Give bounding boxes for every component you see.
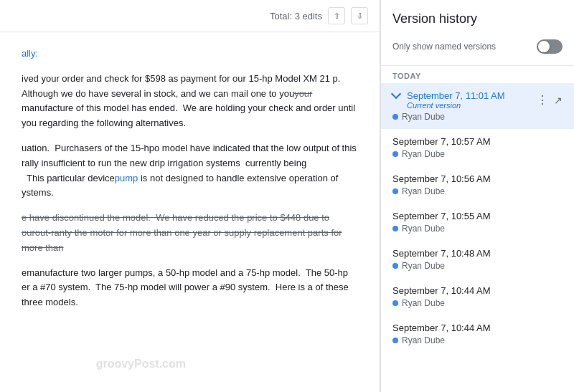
version-2-timestamp: September 7, 10:57 AM <box>392 136 563 147</box>
watermark: groovyPost.com <box>96 358 186 371</box>
version-item-2[interactable]: September 7, 10:57 AM Ryan Dube <box>381 129 574 166</box>
chevron-down-icon <box>391 89 401 99</box>
version-7-user: Ryan Dube <box>392 335 563 345</box>
version-2-user: Ryan Dube <box>392 149 563 159</box>
version-7-timestamp: September 7, 10:44 AM <box>392 322 563 333</box>
doc-toolbar: Total: 3 edits ⇧ ⇩ <box>0 0 380 32</box>
user-dot-6 <box>392 300 398 306</box>
version-toggle-row: Only show named versions <box>392 35 563 58</box>
doc-paragraph-4: e have discontinued the model. We have r… <box>22 211 358 255</box>
doc-paragraph-3: uation. Purchasers of the 15-hpo model h… <box>22 141 358 201</box>
version-3-timestamp: September 7, 10:56 AM <box>392 173 563 184</box>
version-1-user: Ryan Dube <box>392 112 563 122</box>
version-item-5[interactable]: September 7, 10:48 AM Ryan Dube <box>381 241 574 278</box>
version-item-4[interactable]: September 7, 10:55 AM Ryan Dube <box>381 204 574 241</box>
version-6-username: Ryan Dube <box>402 298 445 308</box>
named-versions-toggle[interactable] <box>537 39 563 54</box>
total-edits-label: Total: 3 edits <box>270 11 322 21</box>
version-4-timestamp: September 7, 10:55 AM <box>392 211 563 221</box>
version-item-7[interactable]: September 7, 10:44 AM Ryan Dube <box>381 315 574 353</box>
doc-strikethrough-your: your <box>294 88 312 99</box>
doc-highlight-pump: pump <box>115 173 138 183</box>
document-content: ally: ived your order and check for $598… <box>0 32 380 335</box>
version-history-panel: Version history Only show named versions… <box>380 0 574 392</box>
version-item-1-left: September 7, 11:01 AM Current version <box>392 90 505 110</box>
version-6-timestamp: September 7, 10:44 AM <box>392 285 563 296</box>
doc-paragraph-1: ally: <box>22 47 358 62</box>
doc-paragraph-2: ived your order and check for $598 as pa… <box>22 72 358 131</box>
user-dot-3 <box>392 188 398 194</box>
version-toggle-label: Only show named versions <box>392 42 496 52</box>
version-1-username: Ryan Dube <box>402 112 445 122</box>
version-list: September 7, 11:01 AM Current version ⋮ … <box>381 83 574 392</box>
version-item-6[interactable]: September 7, 10:44 AM Ryan Dube <box>381 278 574 315</box>
version-1-menu-button[interactable]: ⋮ <box>534 92 551 109</box>
document-area: Total: 3 edits ⇧ ⇩ ally: ived your order… <box>0 0 380 392</box>
doc-label-ally: ally: <box>22 48 38 59</box>
user-dot-5 <box>392 263 398 269</box>
version-4-username: Ryan Dube <box>402 224 445 234</box>
user-dot-4 <box>392 226 398 231</box>
version-3-user: Ryan Dube <box>392 186 563 196</box>
version-section-today: TODAY <box>381 66 574 83</box>
version-1-subtitle: Current version <box>407 101 505 110</box>
version-item-3[interactable]: September 7, 10:56 AM Ryan Dube <box>381 166 574 204</box>
version-4-user: Ryan Dube <box>392 224 563 234</box>
version-item-1-time: September 7, 11:01 AM Current version <box>407 90 505 110</box>
next-edit-button[interactable]: ⇩ <box>351 7 368 24</box>
user-dot-1 <box>392 114 398 120</box>
version-panel-title: Version history <box>392 11 563 27</box>
version-item-1[interactable]: September 7, 11:01 AM Current version ⋮ … <box>381 83 574 129</box>
version-2-username: Ryan Dube <box>402 149 445 159</box>
user-dot-2 <box>392 151 398 157</box>
version-item-1-header: September 7, 11:01 AM Current version ⋮ … <box>392 90 563 110</box>
version-3-username: Ryan Dube <box>402 186 445 196</box>
user-dot-7 <box>392 338 398 343</box>
version-5-username: Ryan Dube <box>402 261 445 271</box>
version-5-timestamp: September 7, 10:48 AM <box>392 248 563 259</box>
toggle-knob <box>538 41 550 52</box>
version-5-user: Ryan Dube <box>392 261 563 271</box>
version-6-user: Ryan Dube <box>392 298 563 308</box>
cursor-icon: ↗ <box>554 95 563 106</box>
prev-edit-button[interactable]: ⇧ <box>328 7 345 24</box>
version-header: Version history Only show named versions <box>381 0 574 66</box>
version-7-username: Ryan Dube <box>402 335 445 345</box>
doc-paragraph-5: emanufacture two larger pumps, a 50-hp m… <box>22 266 358 310</box>
doc-strikethrough-discontinued: e have discontinued the model. We have r… <box>22 212 342 253</box>
version-1-timestamp: September 7, 11:01 AM <box>407 90 505 101</box>
